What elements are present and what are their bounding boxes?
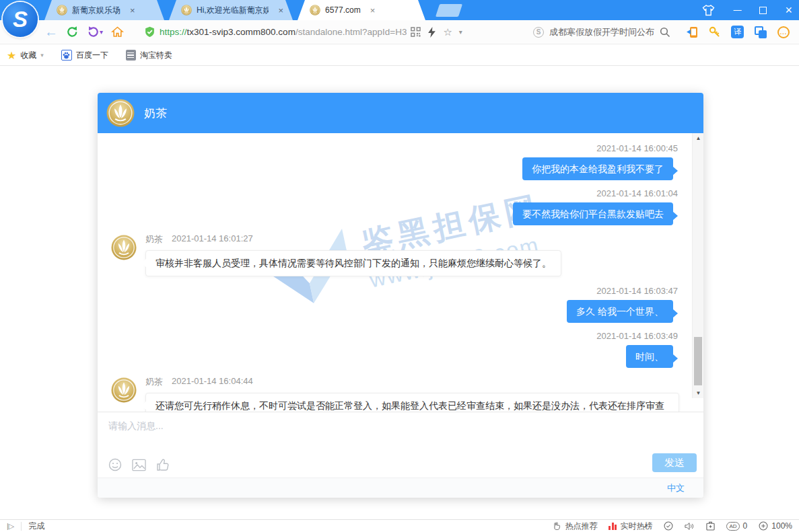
input-toolbar bbox=[108, 458, 170, 471]
favorites-star-icon: ★ bbox=[7, 49, 16, 62]
bookmark-star-icon[interactable]: ☆ bbox=[443, 26, 452, 38]
tab-title: 6577.com bbox=[325, 5, 361, 15]
messages: 2021-01-14 16:00:45 你把我的本金给我盈利我不要了 2021-… bbox=[111, 143, 679, 412]
message-time: 2021-01-14 16:04:44 bbox=[172, 376, 253, 388]
search-icon[interactable] bbox=[660, 27, 670, 38]
address-bar-icons: ☆ ▾ bbox=[411, 26, 462, 38]
zoom-level: 100% bbox=[771, 521, 792, 531]
tab-6577[interactable]: 6577.com × bbox=[298, 0, 425, 20]
window-close-button[interactable]: × bbox=[785, 4, 792, 16]
browser-tab-bar: 新葡京娱乐场 × Hi,欢迎光临新葡京娱樂場 × 6577.com × — × bbox=[0, 0, 799, 20]
page-load-status: 完成 bbox=[28, 521, 44, 532]
hot-list-item[interactable]: 实时热榜 bbox=[609, 521, 652, 532]
minimize-button[interactable]: — bbox=[733, 6, 741, 14]
message-time: 2021-01-14 16:01:04 bbox=[111, 188, 678, 198]
thumbs-up-icon[interactable] bbox=[156, 458, 170, 471]
clipboard-collect-icon[interactable] bbox=[755, 26, 767, 38]
address-bar[interactable]: https://tx301-svip3.comm800.com/standalo… bbox=[140, 23, 517, 42]
refresh-button[interactable] bbox=[66, 25, 79, 40]
hot-list-label: 实时热榜 bbox=[620, 521, 652, 532]
window-controls: — × bbox=[702, 0, 792, 20]
scrollbar-thumb[interactable] bbox=[694, 337, 702, 385]
page-content: 奶茶 鉴黑担保网 www.jhdb8.com 2021-01-14 16:00:… bbox=[0, 66, 799, 520]
speaker-icon[interactable] bbox=[685, 522, 695, 531]
sidebar-play-icon[interactable]: |▷ bbox=[7, 522, 14, 531]
incoming-message-meta: 奶茶 2021-01-14 16:01:27 bbox=[145, 233, 561, 245]
qr-code-icon[interactable] bbox=[411, 27, 421, 37]
language-toggle[interactable]: 中文 bbox=[667, 482, 685, 494]
medkit-box-icon[interactable] bbox=[706, 521, 715, 531]
status-left: |▷ 完成 bbox=[7, 521, 44, 532]
chat-footer: 中文 bbox=[98, 478, 703, 498]
bar-chart-icon bbox=[609, 523, 617, 530]
incoming-message-group: 奶茶 2021-01-14 16:01:27 审核并非客服人员受理，具体情况需要… bbox=[111, 233, 679, 276]
search-box[interactable]: S 成都寒假放假开学时间公布 bbox=[533, 26, 670, 38]
translate-icon[interactable]: 译 bbox=[731, 26, 744, 38]
tab-close-icon[interactable]: × bbox=[275, 5, 286, 15]
incoming-message-bubble: 还请您可先行稍作休息，不时可尝试是否能正常登入，如果能登入代表已经审查结束，如果… bbox=[145, 393, 679, 412]
bookmarks-bar: ★ 收藏 ▾ 百度一下 淘宝特卖 bbox=[0, 45, 799, 66]
password-key-icon[interactable] bbox=[709, 26, 720, 38]
outgoing-message-bubble: 时间、 bbox=[626, 345, 673, 368]
status-right: 热点推荐 实时热榜 AD 0 100% bbox=[552, 521, 792, 532]
security-shield-icon[interactable] bbox=[144, 26, 155, 38]
ad-block-count: 0 bbox=[743, 521, 748, 531]
new-tab-button[interactable] bbox=[436, 4, 462, 17]
chat-window: 奶茶 鉴黑担保网 www.jhdb8.com 2021-01-14 16:00:… bbox=[98, 93, 703, 498]
more-tools-icon[interactable]: ... bbox=[777, 26, 790, 38]
address-dropdown-icon[interactable]: ▾ bbox=[459, 28, 462, 36]
lightning-flash-icon[interactable] bbox=[427, 27, 436, 38]
browser-toolbar: ← ▾ https://tx301-svip3.comm800.com/stan… bbox=[0, 20, 799, 44]
sogou-search-icon: S bbox=[533, 27, 544, 38]
bookmark-taobao[interactable]: 淘宝特卖 bbox=[126, 50, 172, 61]
sogou-logo-letter: S bbox=[13, 7, 28, 32]
list-doc-icon bbox=[126, 50, 136, 61]
bookmark-baidu[interactable]: 百度一下 bbox=[61, 50, 108, 61]
home-button[interactable] bbox=[111, 25, 124, 40]
chat-input-area: 发送 bbox=[98, 412, 703, 478]
tab-welcome[interactable]: Hi,欢迎光临新葡京娱樂場 × bbox=[169, 0, 293, 20]
sender-name: 奶茶 bbox=[145, 376, 163, 388]
undo-button[interactable]: ▾ bbox=[87, 25, 103, 40]
bookmark-label: 百度一下 bbox=[76, 50, 108, 61]
chat-message-area[interactable]: 鉴黑担保网 www.jhdb8.com 2021-01-14 16:00:45 … bbox=[98, 133, 703, 412]
ad-blocker-item[interactable]: AD 0 bbox=[726, 521, 747, 531]
incoming-message-group: 奶茶 2021-01-14 16:04:44 还请您可先行稍作休息，不时可尝试是… bbox=[111, 376, 679, 412]
message-input[interactable] bbox=[108, 420, 674, 449]
tab-title: 新葡京娱乐场 bbox=[72, 5, 120, 16]
scroll-up-icon[interactable]: ▲ bbox=[693, 135, 703, 141]
hot-recommend-label: 热点推荐 bbox=[565, 521, 597, 532]
favorites-dropdown-icon: ▾ bbox=[40, 52, 44, 59]
url-scheme: https:// bbox=[160, 27, 187, 37]
tab-favicon-icon bbox=[57, 5, 67, 15]
sogou-browser-logo[interactable]: S bbox=[3, 2, 38, 37]
agent-avatar bbox=[111, 377, 137, 403]
agent-avatar bbox=[111, 235, 137, 260]
tab-close-icon[interactable]: × bbox=[127, 5, 138, 15]
back-button[interactable]: ← bbox=[44, 25, 58, 40]
url-text[interactable]: https://tx301-svip3.comm800.com/standalo… bbox=[160, 27, 407, 37]
search-suggestion-text[interactable]: 成都寒假放假开学时间公布 bbox=[549, 26, 654, 38]
tab-strip: 新葡京娱乐场 × Hi,欢迎光临新葡京娱樂場 × 6577.com × bbox=[44, 0, 430, 20]
phone-sync-icon[interactable] bbox=[687, 26, 698, 38]
undo-dropdown-icon[interactable]: ▾ bbox=[100, 28, 103, 36]
outgoing-message-bubble: 多久 给我一个世界、 bbox=[567, 300, 673, 323]
image-upload-icon[interactable] bbox=[132, 459, 146, 471]
maximize-button[interactable] bbox=[759, 7, 767, 14]
message-time: 2021-01-14 16:01:27 bbox=[172, 233, 253, 245]
tab-close-icon[interactable]: × bbox=[368, 5, 378, 15]
favorites-menu[interactable]: ★ 收藏 ▾ bbox=[7, 49, 44, 62]
theme-skin-icon[interactable] bbox=[702, 5, 715, 16]
baidu-paw-icon bbox=[61, 50, 72, 61]
zoom-control[interactable]: 100% bbox=[759, 521, 792, 531]
chat-scrollbar[interactable]: ▲ ▼ bbox=[692, 133, 703, 398]
hot-recommend-item[interactable]: 热点推荐 bbox=[552, 521, 597, 532]
send-button[interactable]: 发送 bbox=[652, 453, 697, 472]
safety-check-icon[interactable] bbox=[664, 521, 673, 531]
url-path: /standalone.html?appId=H3 bbox=[296, 27, 407, 37]
toolbar-extensions: 译 ... bbox=[687, 26, 799, 38]
message-time: 2021-01-14 16:00:45 bbox=[111, 143, 678, 153]
tab-xinpujing[interactable]: 新葡京娱乐场 × bbox=[44, 0, 164, 20]
emoji-icon[interactable] bbox=[108, 458, 122, 471]
scroll-down-icon[interactable]: ▼ bbox=[693, 390, 703, 396]
